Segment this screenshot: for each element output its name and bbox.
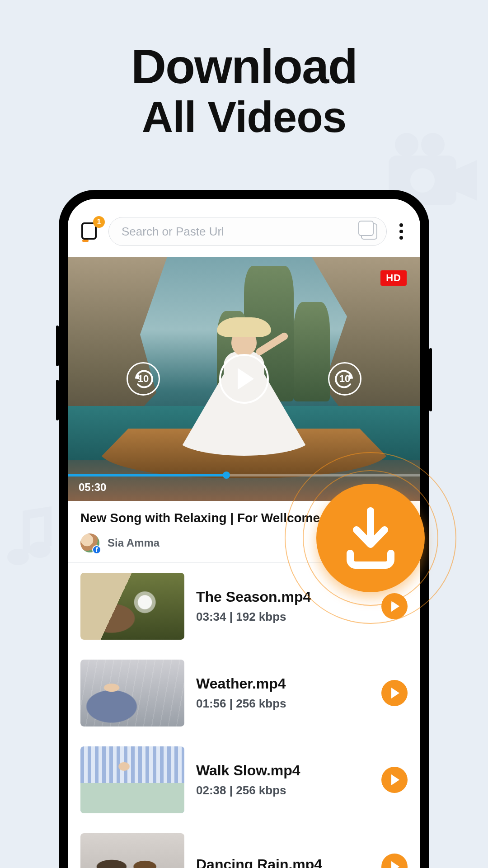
hd-badge: HD	[380, 270, 407, 286]
list-item[interactable]: Weather.mp401:56 | 256 kbps	[68, 650, 420, 736]
rewind-10-button[interactable]: 10	[127, 362, 160, 396]
svg-rect-7	[82, 223, 96, 239]
download-icon	[341, 506, 400, 570]
more-menu-button[interactable]	[395, 221, 408, 242]
list-item-info: Weather.mp401:56 | 256 kbps	[196, 675, 370, 711]
list-item-play-button[interactable]	[381, 767, 408, 793]
list-item-play-button[interactable]	[381, 680, 408, 706]
list-item-filename: Walk Slow.mp4	[196, 762, 370, 779]
search-input[interactable]: Search or Paste Url	[108, 217, 387, 246]
list-item-meta: 03:34 | 192 kbps	[196, 610, 370, 624]
list-item-filename: Dancing Rain.mp4	[196, 856, 370, 868]
list-item-play-button[interactable]	[381, 854, 408, 868]
list-item[interactable]: Walk Slow.mp402:38 | 256 kbps	[68, 736, 420, 823]
svg-rect-8	[82, 240, 89, 242]
paste-icon[interactable]	[361, 223, 377, 240]
facebook-badge-icon: f	[92, 545, 101, 554]
list-item-thumbnail	[80, 660, 184, 726]
video-player[interactable]: HD 10 10 05:30	[68, 257, 420, 501]
play-button[interactable]	[219, 354, 269, 404]
search-placeholder: Search or Paste Url	[122, 225, 361, 239]
list-item-play-button[interactable]	[381, 593, 408, 619]
progress-bar[interactable]	[68, 474, 420, 476]
headline-line-1: Download	[0, 41, 488, 92]
promo-headline: Download All Videos	[0, 41, 488, 140]
download-button[interactable]	[316, 484, 425, 592]
music-note-icon	[5, 506, 59, 571]
elapsed-time: 05:30	[79, 481, 106, 494]
tabs-button[interactable]: 1	[80, 221, 100, 242]
list-item-thumbnail	[80, 833, 184, 868]
forward-10-button[interactable]: 10	[328, 362, 361, 396]
app-topbar: 1 Search or Paste Url	[68, 199, 420, 257]
list-item-meta: 01:56 | 256 kbps	[196, 697, 370, 711]
progress-fill	[68, 474, 226, 476]
list-item-info: The Season.mp403:34 | 192 kbps	[196, 589, 370, 624]
list-item-thumbnail	[80, 573, 184, 640]
list-item[interactable]: Dancing Rain.mp4	[68, 823, 420, 868]
list-item-thumbnail	[80, 746, 184, 813]
list-item-meta: 02:38 | 256 kbps	[196, 783, 370, 797]
list-item-filename: The Season.mp4	[196, 589, 370, 605]
author-avatar: f	[80, 533, 99, 552]
headline-line-2: All Videos	[0, 94, 488, 140]
svg-point-5	[7, 549, 29, 565]
list-item-info: Walk Slow.mp402:38 | 256 kbps	[196, 762, 370, 797]
tabs-badge: 1	[93, 216, 105, 228]
svg-point-6	[29, 542, 51, 558]
list-item-info: Dancing Rain.mp4	[196, 856, 370, 868]
downloads-list: The Season.mp403:34 | 192 kbpsWeather.mp…	[68, 563, 420, 868]
list-item-filename: Weather.mp4	[196, 675, 370, 692]
author-name: Sia Amma	[108, 537, 160, 549]
